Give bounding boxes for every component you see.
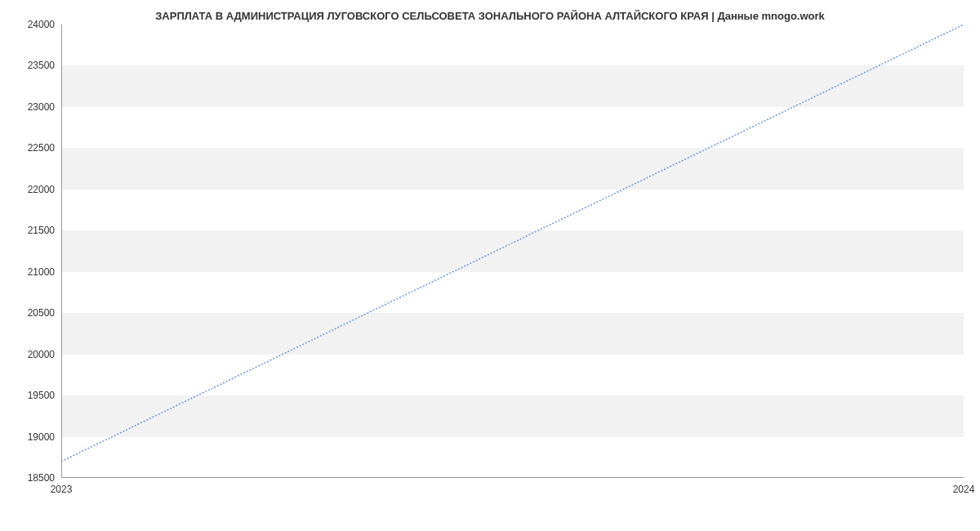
y-tick-label: 19500 — [28, 390, 55, 401]
y-tick-label: 22000 — [28, 184, 55, 195]
x-tick-label: 2024 — [953, 484, 975, 495]
x-tick-label: 2023 — [51, 484, 73, 495]
y-tick-label: 20000 — [28, 349, 55, 360]
y-tick-label: 19000 — [28, 431, 55, 443]
y-tick-label: 23000 — [28, 101, 55, 113]
y-tick-label: 21000 — [28, 266, 55, 278]
y-tick-label: 22500 — [28, 142, 55, 154]
y-tick-label: 24000 — [28, 19, 55, 30]
y-tick-label: 23500 — [28, 60, 55, 71]
data-line — [61, 25, 964, 478]
y-tick-label: 18500 — [28, 472, 55, 484]
plot-area — [61, 25, 964, 478]
chart-title: ЗАРПЛАТА В АДМИНИСТРАЦИЯ ЛУГОВСКОГО СЕЛЬ… — [0, 10, 980, 22]
y-tick-label: 20500 — [28, 307, 55, 319]
y-tick-label: 21500 — [28, 225, 55, 236]
